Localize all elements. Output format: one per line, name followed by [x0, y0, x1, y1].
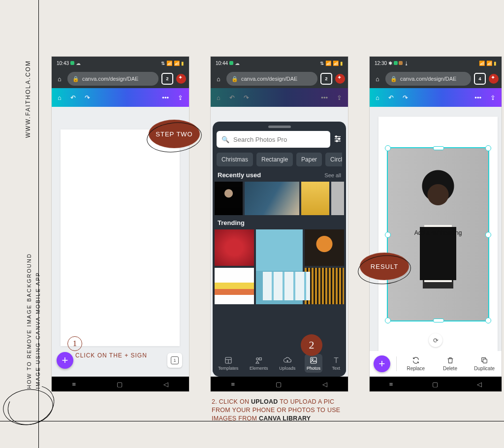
browser-address-bar: ⌂ 🔒 canva.com/design/DAE 4	[370, 69, 502, 88]
extension-icon[interactable]	[489, 74, 499, 84]
thumb-trend-5[interactable]	[305, 268, 344, 304]
page-count-button[interactable]: 1	[167, 353, 182, 368]
see-all-link[interactable]: See all	[324, 172, 341, 178]
undo-icon[interactable]: ↶	[70, 94, 76, 101]
more-icon[interactable]: •••	[474, 94, 481, 101]
recent-apps-icon[interactable]: ≡	[389, 381, 393, 388]
browser-address-bar: ⌂ 🔒 canva.com/design/DAE 2	[211, 69, 348, 88]
chip-paper[interactable]: Paper	[296, 153, 322, 166]
guide-title-vertical: HOW TO REMOVE IMAGE BACKGROUND IMAGE USI…	[25, 261, 42, 389]
back-nav-icon[interactable]: ◁	[322, 381, 327, 388]
extension-icon[interactable]	[176, 74, 186, 84]
delete-button[interactable]: Delete	[433, 356, 468, 371]
status-bar: 10:43 ☁ ⇅📶📶▮	[52, 57, 189, 69]
home-nav-icon[interactable]: ▢	[276, 381, 282, 388]
tab-count[interactable]: 2	[161, 73, 173, 85]
share-icon[interactable]: ⇪	[178, 94, 183, 101]
canvas-with-image[interactable]: Add a subheading	[378, 117, 498, 352]
thumb-recent-1[interactable]	[215, 182, 243, 215]
svg-point-13	[312, 358, 313, 360]
svg-point-5	[336, 140, 338, 142]
thumb-recent-3[interactable]	[301, 182, 329, 215]
replace-button[interactable]: Replace	[399, 356, 433, 371]
resize-handle[interactable]	[433, 146, 444, 150]
resize-handle[interactable]	[485, 232, 491, 238]
chip-christmas[interactable]: Christmas	[217, 153, 253, 166]
phone-photos-sheet: 10:44 ☁ ⇅📶📶▮ ⌂ 🔒 canva.com/design/DAE 2 …	[210, 56, 348, 392]
add-button[interactable]: +	[57, 352, 73, 369]
home-icon[interactable]: ⌂	[55, 74, 64, 84]
rotate-button[interactable]: ⟳	[429, 333, 442, 347]
url-pill[interactable]: 🔒 canva.com/design/DAE	[226, 72, 317, 86]
home-icon[interactable]: ⌂	[214, 74, 223, 84]
nav-elements[interactable]: Elements	[248, 354, 270, 373]
svg-point-9	[256, 358, 259, 360]
canva-bottom-nav: Templates Elements Uploads Photos Text	[213, 350, 346, 377]
separator	[396, 356, 397, 371]
svg-rect-12	[311, 357, 316, 363]
browser-address-bar: ⌂ 🔒 canva.com/design/DAE 2	[52, 69, 189, 88]
url-pill[interactable]: 🔒 canva.com/design/DAE	[385, 72, 471, 86]
nav-uploads[interactable]: Uploads	[277, 354, 297, 373]
duplicate-button[interactable]: Duplicate	[467, 356, 502, 371]
thumb-trend-2[interactable]	[256, 229, 303, 304]
nav-templates[interactable]: Templates	[216, 354, 240, 373]
undo-icon[interactable]: ↶	[388, 94, 394, 101]
photos-bottom-sheet: 🔍 Search Photos Pro Christmas Rectangle …	[213, 122, 346, 377]
drag-handle[interactable]	[268, 126, 291, 128]
back-nav-icon[interactable]: ◁	[477, 381, 482, 388]
resize-handle[interactable]	[385, 232, 391, 238]
status-bar: 12:30 ✱ ⭳ 📶📶▮	[370, 57, 502, 69]
home-nav-icon[interactable]: ▢	[432, 381, 438, 388]
home-icon[interactable]: ⌂	[373, 74, 382, 84]
lock-icon: 🔒	[390, 76, 397, 82]
thumb-trend-4[interactable]	[215, 268, 254, 304]
more-icon[interactable]: •••	[162, 94, 169, 101]
tab-count[interactable]: 4	[474, 73, 486, 85]
thumb-trend-3[interactable]	[305, 229, 344, 266]
thumb-recent-2[interactable]	[245, 182, 299, 215]
resize-handle[interactable]	[385, 318, 391, 323]
resize-handle[interactable]	[433, 319, 444, 322]
trending-grid	[215, 229, 344, 304]
redo-icon: ↷	[244, 94, 249, 101]
resize-handle[interactable]	[485, 145, 491, 151]
more-icon: •••	[321, 94, 328, 101]
filter-icon[interactable]	[333, 134, 342, 145]
thumb-recent-4[interactable]	[331, 182, 344, 215]
redo-icon[interactable]: ↷	[403, 94, 408, 101]
resize-handle[interactable]	[385, 145, 391, 151]
add-button[interactable]: +	[374, 355, 390, 372]
redo-icon[interactable]: ↷	[85, 94, 90, 101]
svg-point-4	[339, 138, 340, 139]
svg-rect-14	[483, 359, 487, 363]
search-input[interactable]: 🔍 Search Photos Pro	[217, 131, 330, 148]
caption-step-2: 2. CLICK ON UPLOAD TO UPLOAD A PIC FROM …	[212, 398, 350, 423]
recent-apps-icon[interactable]: ≡	[72, 381, 76, 388]
resize-handle[interactable]	[485, 318, 491, 323]
nav-photos[interactable]: Photos	[305, 354, 322, 373]
chip-circle[interactable]: Circle	[325, 153, 342, 166]
step-number-2: 2	[301, 334, 322, 356]
selected-image[interactable]: Add a subheading	[387, 147, 489, 321]
share-icon: ⇪	[337, 94, 342, 101]
blank-canvas[interactable]	[61, 129, 180, 346]
subheading-text[interactable]: Add a subheading	[388, 229, 488, 236]
extension-icon[interactable]	[335, 74, 345, 84]
edit-action-bar: + Replace Delete Duplicate	[370, 351, 502, 377]
canva-home-icon[interactable]: ⌂	[58, 94, 62, 101]
tab-count[interactable]: 2	[320, 73, 332, 85]
back-nav-icon[interactable]: ◁	[163, 381, 168, 388]
nav-text[interactable]: Text	[330, 354, 343, 373]
share-icon[interactable]: ⇪	[490, 94, 496, 101]
canva-home-icon[interactable]: ⌂	[376, 94, 379, 101]
recent-thumbnails	[215, 182, 344, 215]
section-trending: Trending	[218, 219, 245, 226]
thumb-trend-1[interactable]	[215, 229, 254, 266]
url-pill[interactable]: 🔒 canva.com/design/DAE	[67, 72, 158, 86]
canva-home-icon: ⌂	[217, 94, 220, 101]
home-nav-icon[interactable]: ▢	[117, 381, 123, 388]
chip-rectangle[interactable]: Rectangle	[256, 153, 293, 166]
recent-apps-icon[interactable]: ≡	[231, 381, 235, 388]
svg-marker-11	[256, 361, 259, 364]
